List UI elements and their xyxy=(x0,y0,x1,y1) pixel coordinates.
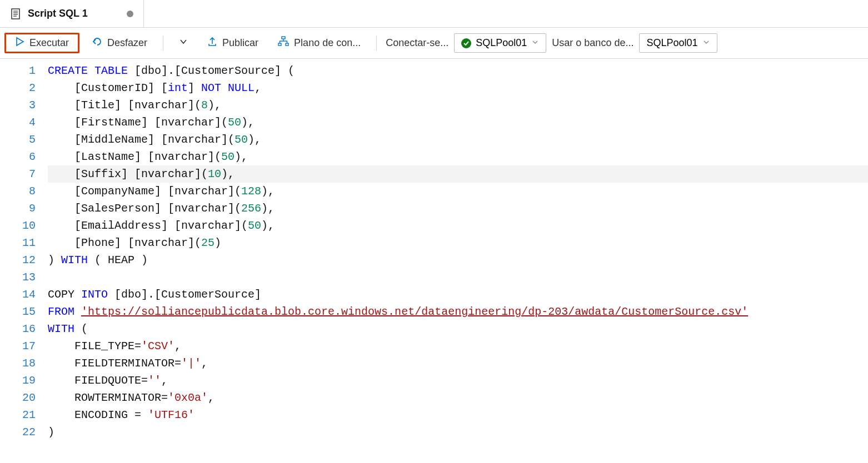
line-number: 3 xyxy=(0,97,44,114)
line-number: 21 xyxy=(0,406,44,424)
tab-bar: Script SQL 1 xyxy=(0,0,868,28)
run-button-label: Executar xyxy=(29,37,69,49)
code-line[interactable]: ROWTERMINATOR='0x0a', xyxy=(48,389,868,406)
code-line[interactable]: [CompanyName] [nvarchar](128), xyxy=(48,183,868,200)
code-line[interactable]: [LastName] [nvarchar](50), xyxy=(48,148,868,165)
code-line[interactable]: FILE_TYPE='CSV', xyxy=(48,338,868,355)
line-number: 1 xyxy=(0,62,44,79)
toolbar-separator xyxy=(376,36,377,51)
plan-icon xyxy=(277,36,290,51)
line-number: 15 xyxy=(0,303,44,320)
database-select-value: SQLPool01 xyxy=(646,37,697,49)
svg-rect-0 xyxy=(12,9,19,19)
line-number: 20 xyxy=(0,389,44,406)
line-number: 2 xyxy=(0,79,44,97)
code-line[interactable]: [Suffix] [nvarchar](10), xyxy=(48,165,868,183)
query-plan-button[interactable]: Plano de con... xyxy=(271,32,367,54)
toolbar-separator xyxy=(163,36,163,51)
code-line[interactable]: COPY INTO [dbo].[CustomerSource] xyxy=(48,286,868,303)
tab-dirty-dot xyxy=(127,11,133,17)
chevron-down-icon xyxy=(702,38,710,48)
more-dropdown[interactable] xyxy=(172,34,194,52)
line-number: 12 xyxy=(0,251,44,269)
database-select[interactable]: SQLPool01 xyxy=(639,33,717,53)
code-line[interactable]: [Title] [nvarchar](8), xyxy=(48,97,868,114)
tab-sql-script[interactable]: Script SQL 1 xyxy=(0,0,144,27)
line-number: 22 xyxy=(0,424,44,441)
tab-title: Script SQL 1 xyxy=(28,8,88,19)
svg-marker-5 xyxy=(17,38,23,46)
code-line[interactable]: [Phone] [nvarchar](25) xyxy=(48,234,868,251)
undo-button[interactable]: Desfazer xyxy=(85,33,154,53)
code-line[interactable]: ENCODING = 'UTF16' xyxy=(48,406,868,424)
plan-button-label: Plano de con... xyxy=(294,37,361,49)
code-line[interactable]: ) WITH ( HEAP ) xyxy=(48,251,868,269)
svg-rect-6 xyxy=(282,37,285,39)
line-number: 14 xyxy=(0,286,44,303)
line-number: 8 xyxy=(0,183,44,200)
line-number: 11 xyxy=(0,234,44,251)
play-icon xyxy=(15,37,25,49)
code-line[interactable]: CREATE TABLE [dbo].[CustomerSource] ( xyxy=(48,62,868,79)
code-content[interactable]: CREATE TABLE [dbo].[CustomerSource] ( [C… xyxy=(44,62,868,441)
code-line[interactable]: ) xyxy=(48,424,868,441)
line-number: 7 xyxy=(0,165,44,183)
line-number: 9 xyxy=(0,200,44,217)
status-ok-icon xyxy=(461,38,471,48)
line-number: 5 xyxy=(0,131,44,148)
line-number: 10 xyxy=(0,217,44,234)
code-line[interactable]: [MiddleName] [nvarchar](50), xyxy=(48,131,868,148)
line-number: 17 xyxy=(0,338,44,355)
undo-icon xyxy=(92,36,103,50)
connect-label: Conectar-se... xyxy=(386,37,448,49)
code-editor[interactable]: 12345678910111213141516171819202122 CREA… xyxy=(0,59,868,441)
sql-script-icon xyxy=(10,8,22,20)
line-number: 18 xyxy=(0,355,44,372)
svg-rect-8 xyxy=(286,43,288,46)
code-line[interactable]: [SalesPerson] [nvarchar](256), xyxy=(48,200,868,217)
publish-icon xyxy=(207,36,218,50)
line-number: 13 xyxy=(0,269,44,286)
code-line[interactable] xyxy=(48,269,868,286)
undo-button-label: Desfazer xyxy=(107,37,147,49)
toolbar: Executar Desfazer Publicar Plano de con.… xyxy=(0,28,868,59)
code-line[interactable]: FROM 'https://solliancepublicdata.blob.c… xyxy=(48,303,868,320)
run-button[interactable]: Executar xyxy=(4,33,79,53)
line-number-gutter: 12345678910111213141516171819202122 xyxy=(0,62,44,441)
line-number: 16 xyxy=(0,320,44,338)
code-line[interactable]: [EmailAddress] [nvarchar](50), xyxy=(48,217,868,234)
code-line[interactable]: [CustomerID] [int] NOT NULL, xyxy=(48,79,868,97)
line-number: 4 xyxy=(0,114,44,131)
code-line[interactable]: FIELDQUOTE='', xyxy=(48,372,868,389)
connect-select-value: SQLPool01 xyxy=(476,37,527,49)
code-line[interactable]: FIELDTERMINATOR='|', xyxy=(48,355,868,372)
publish-button-label: Publicar xyxy=(222,37,258,49)
connect-select[interactable]: SQLPool01 xyxy=(454,33,546,53)
publish-button[interactable]: Publicar xyxy=(200,33,265,53)
code-line[interactable]: WITH ( xyxy=(48,320,868,338)
line-number: 6 xyxy=(0,148,44,165)
line-number: 19 xyxy=(0,372,44,389)
chevron-down-icon xyxy=(179,37,188,49)
code-line[interactable]: [FirstName] [nvarchar](50), xyxy=(48,114,868,131)
chevron-down-icon xyxy=(531,38,539,48)
database-label: Usar o banco de... xyxy=(552,37,633,49)
svg-rect-7 xyxy=(278,43,281,46)
